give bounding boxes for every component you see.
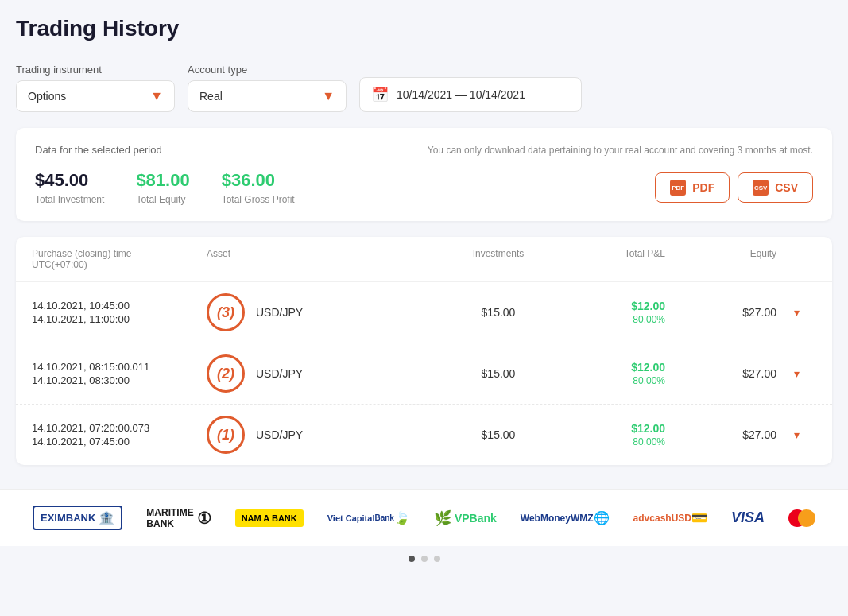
pnl-percent: 80.00% — [633, 375, 665, 386]
account-type-select[interactable]: Real ▼ — [188, 80, 347, 112]
pagination-dot-3[interactable] — [434, 556, 440, 562]
table-row: 14.10.2021, 10:45:00 14.10.2021, 11:00:0… — [16, 282, 832, 343]
csv-button[interactable]: CSV CSV — [738, 172, 813, 203]
chevron-down-icon[interactable]: ▾ — [794, 367, 800, 380]
viet-capital-bank-logo: Viet Capital Bank 🍃 — [327, 510, 410, 525]
badge-circle: (2) — [207, 354, 245, 393]
pagination-dot-2[interactable] — [421, 556, 428, 562]
pnl-cell: $12.00 80.00% — [554, 300, 665, 325]
pnl-cell: $12.00 80.00% — [554, 422, 665, 447]
mc-orange-circle — [798, 509, 815, 527]
header-asset: Asset — [207, 248, 443, 270]
asset-name: USD/JPY — [256, 367, 303, 380]
total-investment-item: $45.00 Total Investment — [35, 170, 104, 205]
header-expand — [776, 248, 816, 270]
pnl-percent: 80.00% — [633, 314, 665, 325]
header-time: Purchase (closing) time UTC(+07:00) — [32, 248, 207, 270]
investments-cell: $15.00 — [443, 428, 554, 441]
summary-header: Data for the selected period You can onl… — [35, 144, 813, 156]
total-equity-value: $81.00 — [136, 170, 189, 191]
chevron-down-icon[interactable]: ▾ — [794, 306, 800, 319]
date-range-picker[interactable]: 📅 10/14/2021 — 10/14/2021 — [359, 77, 582, 112]
table-row: 14.10.2021, 07:20:00.073 14.10.2021, 07:… — [16, 405, 832, 465]
equity-value: $27.00 — [742, 367, 776, 380]
vpbank-logo: 🌿 VPBank — [434, 509, 497, 527]
time-main: 14.10.2021, 10:45:00 — [32, 300, 207, 312]
asset-cell: (2) USD/JPY — [207, 354, 443, 393]
date-range-group: 📅 10/14/2021 — 10/14/2021 — [359, 60, 582, 112]
chevron-down-icon[interactable]: ▾ — [794, 428, 800, 441]
pnl-percent: 80.00% — [633, 436, 665, 447]
total-equity-item: $81.00 Total Equity — [136, 170, 189, 205]
webmoney-icon: 🌐 — [594, 510, 610, 525]
table-row: 14.10.2021, 08:15:00.011 14.10.2021, 08:… — [16, 343, 832, 405]
time-main: 14.10.2021, 07:20:00.073 — [32, 422, 207, 434]
time-sub: 14.10.2021, 07:45:00 — [32, 436, 207, 447]
trading-instrument-value: Options — [28, 90, 66, 103]
total-gross-profit-item: $36.00 Total Gross Profit — [222, 170, 295, 205]
expand-cell[interactable]: ▾ — [776, 306, 816, 319]
account-type-arrow: ▼ — [322, 89, 335, 103]
eximbank-icon: 🏦 — [99, 510, 114, 525]
date-range-value: 10/14/2021 — 10/14/2021 — [397, 88, 525, 101]
trading-instrument-label: Trading instrument — [16, 64, 175, 76]
advcash-logo: advcash USD 💳 — [633, 510, 707, 525]
maritime-bank-logo: MARITIMEBANK ① — [146, 507, 211, 529]
header-investments: Investments — [443, 248, 554, 270]
time-cell: 14.10.2021, 10:45:00 14.10.2021, 11:00:0… — [32, 300, 207, 325]
asset-cell: (1) USD/JPY — [207, 416, 443, 454]
pnl-cell: $12.00 80.00% — [554, 361, 665, 386]
trading-instrument-arrow: ▼ — [150, 89, 163, 103]
asset-cell: (3) USD/JPY — [207, 293, 443, 331]
pagination-dot-1[interactable] — [409, 556, 415, 562]
asset-name: USD/JPY — [256, 428, 303, 441]
pdf-button[interactable]: PDF PDF — [655, 172, 730, 203]
pnl-value: $12.00 — [631, 422, 665, 435]
total-gross-profit-label: Total Gross Profit — [222, 194, 295, 205]
trading-history-table: Purchase (closing) time UTC(+07:00) Asse… — [16, 237, 832, 465]
account-type-value: Real — [199, 90, 223, 103]
visa-logo: VISA — [731, 509, 765, 526]
total-investment-label: Total Investment — [35, 194, 104, 205]
nam-a-bank-logo: NAM A BANK — [235, 509, 304, 527]
export-buttons: PDF PDF CSV CSV — [655, 172, 813, 203]
download-notice: You can only download data pertaining to… — [428, 145, 813, 156]
trading-instrument-select[interactable]: Options ▼ — [16, 80, 175, 112]
maritime-icon: ① — [197, 509, 211, 528]
pdf-icon: PDF — [670, 180, 686, 196]
payment-logos-footer: EXIMBANK 🏦 MARITIMEBANK ① NAM A BANK Vie… — [0, 489, 848, 546]
vpbank-icon: 🌿 — [434, 509, 451, 527]
account-type-group: Account type Real ▼ — [188, 64, 347, 112]
investments-cell: $15.00 — [443, 306, 554, 319]
csv-icon: CSV — [753, 180, 769, 196]
time-main: 14.10.2021, 08:15:00.011 — [32, 361, 207, 373]
time-cell: 14.10.2021, 07:20:00.073 14.10.2021, 07:… — [32, 422, 207, 447]
equity-cell: $27.00 — [665, 428, 776, 441]
equity-value: $27.00 — [742, 306, 776, 319]
table-body: 14.10.2021, 10:45:00 14.10.2021, 11:00:0… — [16, 282, 832, 465]
webmoney-logo: WebMoney WMZ 🌐 — [521, 510, 610, 525]
page-title: Trading History — [16, 16, 832, 41]
advcash-icon: 💳 — [691, 510, 707, 525]
expand-cell[interactable]: ▾ — [776, 428, 816, 441]
time-cell: 14.10.2021, 08:15:00.011 14.10.2021, 08:… — [32, 361, 207, 386]
badge-circle: (3) — [207, 293, 245, 331]
asset-name: USD/JPY — [256, 306, 303, 319]
filters-row: Trading instrument Options ▼ Account typ… — [16, 60, 832, 112]
mastercard-logo — [788, 509, 815, 527]
total-gross-profit-value: $36.00 — [222, 170, 295, 191]
header-equity: Equity — [665, 248, 776, 270]
viet-capital-icon: 🍃 — [394, 510, 410, 525]
equity-cell: $27.00 — [665, 306, 776, 319]
badge-circle: (1) — [207, 416, 245, 454]
pdf-label: PDF — [692, 181, 714, 194]
account-type-label: Account type — [188, 64, 347, 76]
trading-instrument-group: Trading instrument Options ▼ — [16, 64, 175, 112]
equity-value: $27.00 — [742, 428, 776, 441]
date-range-label — [359, 60, 582, 72]
expand-cell[interactable]: ▾ — [776, 367, 816, 380]
investments-cell: $15.00 — [443, 367, 554, 380]
pnl-value: $12.00 — [631, 300, 665, 312]
header-total-pnl: Total P&L — [554, 248, 665, 270]
time-sub: 14.10.2021, 08:30:00 — [32, 374, 207, 386]
